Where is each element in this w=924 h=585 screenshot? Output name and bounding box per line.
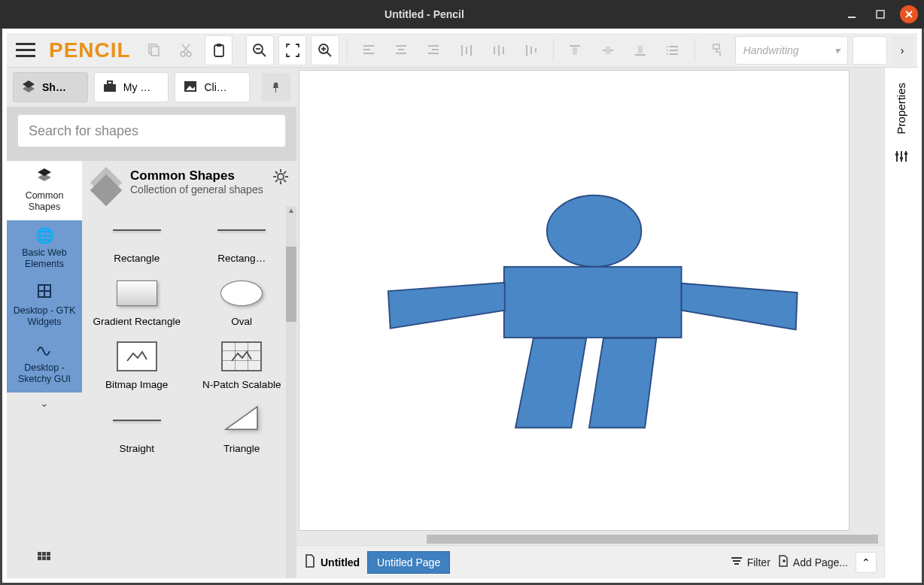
dist-right-button[interactable] — [518, 35, 546, 65]
svg-rect-85 — [895, 153, 898, 156]
svg-rect-64 — [38, 556, 41, 560]
tab-clipart[interactable]: Cli… — [175, 72, 250, 102]
collection-settings-button[interactable] — [272, 168, 289, 187]
shape-item[interactable]: Straight — [87, 399, 187, 458]
tab-mystuff-label: My … — [123, 81, 151, 93]
svg-rect-5 — [151, 47, 159, 56]
valign-top-button[interactable] — [561, 35, 589, 65]
filter-icon — [731, 556, 743, 568]
filter-button[interactable]: Filter — [731, 556, 771, 568]
canvas-shape[interactable] — [515, 338, 586, 428]
shape-item[interactable]: Bitmap Image — [87, 335, 187, 394]
add-page-icon — [778, 555, 789, 569]
svg-line-74 — [275, 180, 278, 182]
svg-rect-61 — [38, 552, 41, 556]
svg-point-48 — [667, 53, 668, 55]
dist-center-button[interactable] — [485, 35, 512, 65]
canvas-shape[interactable] — [547, 196, 641, 267]
category-common-shapes[interactable]: Common Shapes — [7, 161, 82, 220]
window-maximize-button[interactable] — [871, 5, 889, 23]
window-close-button[interactable] — [900, 5, 918, 23]
category-basic-web[interactable]: 🌐 Basic Web Elements — [7, 220, 82, 277]
canvas-area: Untitled Untitled Page Filter Add Page..… — [296, 68, 884, 578]
align-center-button[interactable] — [388, 35, 415, 65]
squiggle-icon — [10, 341, 79, 359]
shape-item[interactable]: Oval — [192, 272, 293, 331]
cut-button[interactable] — [172, 35, 200, 65]
stack-icon — [10, 167, 79, 187]
shape-label: Rectangle — [88, 253, 186, 265]
shape-item[interactable]: N-Patch Scalable — [192, 335, 293, 394]
window-title: Untitled - Pencil — [6, 8, 843, 20]
valign-middle-button[interactable] — [594, 35, 622, 65]
shape-item[interactable]: Rectang… — [192, 209, 293, 268]
svg-rect-1 — [877, 11, 884, 18]
image-icon — [183, 80, 198, 95]
category-more-button[interactable]: ⌄ — [7, 393, 82, 414]
layers-icon — [21, 79, 36, 96]
collection-title: Common Shapes — [130, 168, 263, 183]
svg-marker-57 — [38, 174, 51, 181]
font-family-value: Handwriting — [743, 44, 799, 56]
properties-panel-collapsed[interactable]: Properties — [884, 68, 917, 578]
window-titlebar: Untitled - Pencil — [0, 0, 924, 29]
svg-rect-87 — [904, 153, 907, 155]
svg-rect-86 — [900, 157, 903, 159]
svg-marker-76 — [226, 407, 257, 429]
canvas-shape[interactable] — [388, 283, 505, 329]
align-left-button[interactable] — [354, 35, 382, 65]
pagebar-chevron-button[interactable]: ⌃ — [856, 552, 877, 573]
hscroll-thumb[interactable] — [427, 535, 878, 544]
gear-icon — [272, 168, 289, 185]
category-label: Desktop - Sketchy GUI — [18, 362, 71, 384]
left-panel: Sh… My … Cli… — [7, 68, 296, 578]
pin-panel-button[interactable] — [262, 73, 290, 102]
shape-scrollbar-thumb[interactable] — [286, 247, 296, 322]
page-name: Untitled Page — [377, 556, 440, 568]
shape-label: Gradient Rectangle — [88, 316, 186, 328]
list-button[interactable] — [658, 35, 686, 65]
canvas-hscroll[interactable] — [299, 533, 850, 545]
shape-item[interactable]: Gradient Rectangle — [87, 272, 187, 331]
canvas-shape[interactable] — [682, 283, 798, 330]
zoom-in-button[interactable] — [311, 35, 339, 65]
collection-subtitle: Collection of general shapes — [130, 183, 263, 196]
font-family-select[interactable]: Handwriting ▾ — [735, 36, 848, 65]
canvas-shape[interactable] — [504, 267, 682, 338]
paste-button[interactable] — [205, 35, 233, 65]
valign-bottom-button[interactable] — [626, 35, 654, 65]
category-sketchy[interactable]: Desktop - Sketchy GUI — [7, 335, 82, 393]
dist-left-button[interactable] — [452, 35, 480, 65]
toolbar-overflow-button[interactable]: › — [892, 35, 913, 65]
shape-item[interactable]: Triangle — [192, 399, 293, 458]
zoom-fit-button[interactable] — [278, 35, 306, 65]
copy-button[interactable] — [140, 35, 168, 65]
shape-item[interactable]: Rectangle — [87, 209, 187, 268]
menu-button[interactable] — [11, 35, 40, 65]
filter-label: Filter — [747, 556, 771, 568]
category-gtk[interactable]: Desktop - GTK Widgets — [7, 277, 82, 335]
svg-rect-40 — [606, 47, 610, 54]
app-brand: PENCIL — [44, 38, 135, 62]
format-painter-button[interactable] — [702, 35, 730, 65]
window-minimize-button[interactable] — [843, 5, 861, 23]
tab-mystuff[interactable]: My … — [94, 72, 169, 102]
panel-tabs: Sh… My … Cli… — [7, 68, 296, 107]
svg-rect-11 — [217, 44, 221, 47]
category-label: Desktop - GTK Widgets — [14, 305, 76, 327]
category-grid-button[interactable] — [7, 541, 82, 578]
tab-shapes-label: Sh… — [42, 81, 66, 93]
shape-label: N-Patch Scalable — [193, 379, 291, 391]
briefcase-icon — [102, 80, 117, 95]
canvas-shape[interactable] — [589, 338, 656, 428]
scroll-up-icon[interactable]: ▲ — [287, 206, 295, 214]
add-page-button[interactable]: Add Page... — [778, 555, 848, 569]
font-size-input[interactable] — [853, 36, 887, 65]
align-right-button[interactable] — [420, 35, 448, 65]
page-tab[interactable]: Untitled Page — [367, 551, 450, 574]
svg-rect-66 — [47, 556, 50, 560]
zoom-out-button[interactable] — [246, 35, 274, 65]
tab-shapes[interactable]: Sh… — [13, 72, 88, 102]
drawing-canvas[interactable] — [299, 70, 850, 531]
shape-search-input[interactable] — [17, 114, 286, 147]
